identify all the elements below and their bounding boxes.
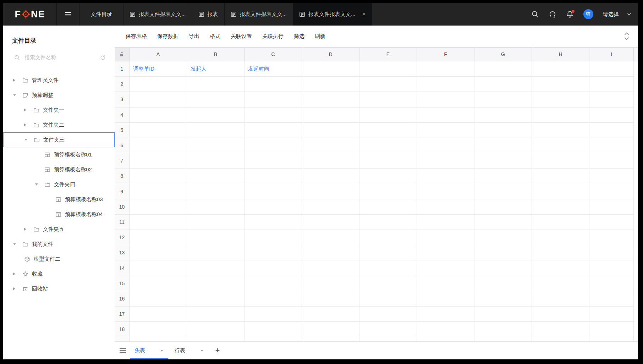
tree-item-file[interactable]: 模型文件二	[3, 252, 115, 266]
cell-I3[interactable]	[589, 92, 634, 107]
cell-A1[interactable]: 调整单ID	[130, 61, 187, 77]
cell-D15[interactable]	[302, 276, 359, 291]
cell-E12[interactable]	[359, 230, 417, 245]
cell-B19[interactable]	[187, 337, 244, 341]
cell-G4[interactable]	[474, 107, 532, 123]
cell-E17[interactable]	[359, 307, 417, 322]
cell-F11[interactable]	[417, 215, 474, 230]
chevron-up-down-icon[interactable]	[624, 31, 630, 41]
cell-F3[interactable]	[417, 92, 474, 107]
cell-A5[interactable]	[130, 123, 187, 138]
cell-H9[interactable]	[532, 184, 589, 199]
cell-A11[interactable]	[130, 215, 187, 230]
cell-D14[interactable]	[302, 260, 359, 276]
cell-E13[interactable]	[359, 245, 417, 260]
cell-D6[interactable]	[302, 138, 359, 153]
cell-B9[interactable]	[187, 184, 244, 199]
cell-C8[interactable]	[244, 169, 302, 184]
cell-B17[interactable]	[187, 307, 244, 322]
cell-G2[interactable]	[474, 77, 532, 92]
tree-collapse-arrow-icon[interactable]	[24, 109, 33, 111]
cell-B15[interactable]	[187, 276, 244, 291]
cell-E2[interactable]	[359, 77, 417, 92]
cell-G16[interactable]	[474, 291, 532, 307]
tree-item-folder[interactable]: 文件夹二	[3, 117, 115, 132]
cell-A7[interactable]	[130, 153, 187, 169]
column-header-H[interactable]: H	[532, 48, 589, 61]
cell-I17[interactable]	[589, 307, 634, 322]
cell-A12[interactable]	[130, 230, 187, 245]
cell-B8[interactable]	[187, 169, 244, 184]
cell-G15[interactable]	[474, 276, 532, 291]
cell-D17[interactable]	[302, 307, 359, 322]
cell-F5[interactable]	[417, 123, 474, 138]
toolbar-button[interactable]: 关联设置	[231, 33, 252, 40]
cell-A19[interactable]	[130, 337, 187, 341]
close-icon[interactable]: ×	[362, 11, 366, 17]
cell-E11[interactable]	[359, 215, 417, 230]
cell-G7[interactable]	[474, 153, 532, 169]
cell-E19[interactable]	[359, 337, 417, 341]
refresh-icon[interactable]	[100, 55, 105, 60]
cell-H12[interactable]	[532, 230, 589, 245]
column-header-E[interactable]: E	[359, 48, 417, 61]
cell-F17[interactable]	[417, 307, 474, 322]
column-header-F[interactable]: F	[417, 48, 474, 61]
cell-H5[interactable]	[532, 123, 589, 138]
cell-D10[interactable]	[302, 199, 359, 215]
cell-C1[interactable]: 发起时间	[244, 61, 302, 77]
tree-collapse-arrow-icon[interactable]	[24, 228, 33, 231]
column-header-G[interactable]: G	[474, 48, 532, 61]
add-sheet-button[interactable]: +	[212, 342, 223, 359]
cell-D13[interactable]	[302, 245, 359, 260]
cell-B14[interactable]	[187, 260, 244, 276]
user-select-dropdown[interactable]: 请选择	[603, 11, 632, 18]
cell-B18[interactable]	[187, 322, 244, 337]
cell-F2[interactable]	[417, 77, 474, 92]
cell-I7[interactable]	[589, 153, 634, 169]
cell-D12[interactable]	[302, 230, 359, 245]
row-header-12[interactable]: 12	[115, 230, 130, 245]
header-tab[interactable]: 报表	[192, 3, 225, 26]
row-header-7[interactable]: 7	[115, 153, 130, 169]
toolbar-button[interactable]: 导出	[189, 33, 199, 40]
cell-A18[interactable]	[130, 322, 187, 337]
tree-expand-arrow-icon[interactable]	[13, 94, 22, 96]
main-menu-button[interactable]	[57, 3, 79, 26]
cell-B6[interactable]	[187, 138, 244, 153]
cell-C14[interactable]	[244, 260, 302, 276]
cell-A9[interactable]	[130, 184, 187, 199]
cell-F4[interactable]	[417, 107, 474, 123]
tree-collapse-arrow-icon[interactable]	[13, 272, 22, 275]
cell-G5[interactable]	[474, 123, 532, 138]
cell-I13[interactable]	[589, 245, 634, 260]
cell-C10[interactable]	[244, 199, 302, 215]
caret-down-icon[interactable]	[160, 350, 163, 352]
cell-G8[interactable]	[474, 169, 532, 184]
cell-A6[interactable]	[130, 138, 187, 153]
cell-E18[interactable]	[359, 322, 417, 337]
row-header-5[interactable]: 5	[115, 123, 130, 138]
sheet-tab[interactable]: 行表	[170, 342, 208, 359]
cell-I5[interactable]	[589, 123, 634, 138]
cell-A4[interactable]	[130, 107, 187, 123]
toolbar-button[interactable]: 关联执行	[262, 33, 284, 40]
cell-F16[interactable]	[417, 291, 474, 307]
toolbar-button[interactable]: 保存数据	[157, 33, 178, 40]
header-tab[interactable]: 报表文件报表文文...	[123, 3, 192, 26]
cell-E16[interactable]	[359, 291, 417, 307]
cell-G6[interactable]	[474, 138, 532, 153]
cell-A2[interactable]	[130, 77, 187, 92]
cell-H13[interactable]	[532, 245, 589, 260]
tree-collapse-arrow-icon[interactable]	[24, 123, 33, 126]
cell-I8[interactable]	[589, 169, 634, 184]
column-header-B[interactable]: B	[187, 48, 244, 61]
cell-H18[interactable]	[532, 322, 589, 337]
tree-item-file[interactable]: 预算模板名称01	[3, 147, 115, 162]
row-header-4[interactable]: 4	[115, 107, 130, 123]
caret-down-icon[interactable]	[200, 350, 203, 352]
tree-item-file[interactable]: 预算模板名称04	[3, 207, 115, 222]
cell-A3[interactable]	[130, 92, 187, 107]
header-tab-active[interactable]: 报表文件报表文文...×	[293, 3, 372, 26]
cell-A16[interactable]	[130, 291, 187, 307]
